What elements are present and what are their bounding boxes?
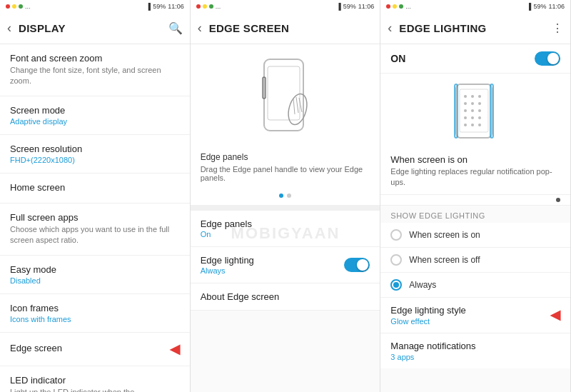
when-screen-on-desc: Edge lighting replaces regular notificat… bbox=[390, 166, 560, 189]
screen-resolution-title: Screen resolution bbox=[10, 144, 180, 154]
svg-point-20 bbox=[464, 116, 467, 119]
led-indicator-item[interactable]: LED indicator Light up the LED indicator… bbox=[0, 366, 190, 392]
edge-screen-item[interactable]: Edge screen ◀ bbox=[0, 333, 190, 366]
on-label: ON bbox=[390, 53, 405, 64]
dot-yellow-3 bbox=[393, 4, 397, 9]
display-title: DISPLAY bbox=[19, 22, 163, 34]
dot-yellow bbox=[12, 4, 16, 9]
svg-line-5 bbox=[296, 97, 298, 113]
edge-illustration bbox=[191, 44, 380, 145]
home-screen-item[interactable]: Home screen bbox=[0, 174, 190, 203]
edge-lighting-menu-item[interactable]: Edge lighting Always bbox=[191, 247, 380, 283]
radio-circle-on bbox=[390, 229, 402, 241]
edge-lighting-content: ON bbox=[380, 44, 570, 392]
signal-3: ▌59% bbox=[529, 3, 546, 10]
display-header: ‹ DISPLAY 🔍 bbox=[0, 13, 190, 44]
icon-frames-title: Icon frames bbox=[10, 303, 180, 313]
svg-point-19 bbox=[478, 109, 481, 112]
icon-frames-item[interactable]: Icon frames Icons with frames bbox=[0, 294, 190, 333]
icon-frames-sub: Icons with frames bbox=[10, 315, 180, 323]
svg-rect-7 bbox=[456, 84, 492, 138]
radio-screen-on[interactable]: When screen is on bbox=[380, 223, 570, 248]
font-zoom-item[interactable]: Font and screen zoom Change the font siz… bbox=[0, 44, 190, 96]
svg-point-21 bbox=[471, 116, 474, 119]
time-3: 11:06 bbox=[548, 3, 565, 10]
svg-point-14 bbox=[464, 102, 467, 105]
screen-mode-item[interactable]: Screen mode Adaptive display bbox=[0, 96, 190, 135]
screen-mode-sub: Adaptive display bbox=[10, 117, 180, 126]
svg-point-15 bbox=[471, 102, 474, 105]
radio-group: When screen is on When screen is off Alw… bbox=[380, 223, 570, 298]
edge-panels-menu-title: Edge panels bbox=[201, 218, 252, 229]
radio-label-always: Always bbox=[409, 280, 436, 290]
panel-display: ... ▌59% 11:06 ‹ DISPLAY 🔍 Font and scre… bbox=[0, 0, 191, 392]
search-icon-1[interactable]: 🔍 bbox=[168, 21, 183, 35]
about-edge-menu-item[interactable]: About Edge screen bbox=[191, 283, 380, 311]
back-button-3[interactable]: ‹ bbox=[388, 21, 392, 36]
svg-point-23 bbox=[464, 124, 467, 126]
show-edge-lighting-label: SHOW EDGE LIGHTING bbox=[380, 206, 570, 223]
about-edge-title: About Edge screen bbox=[201, 291, 370, 302]
dot-red bbox=[6, 4, 10, 9]
svg-rect-2 bbox=[268, 66, 300, 120]
divider-1 bbox=[191, 205, 380, 211]
edge-screen-title: Edge screen bbox=[10, 343, 62, 353]
edge-panels-desc: Drag the Edge panel handle to view your … bbox=[191, 165, 380, 189]
svg-line-4 bbox=[293, 99, 295, 114]
status-extra-3: ... bbox=[405, 3, 411, 10]
status-extra: ... bbox=[25, 3, 31, 10]
status-bar-2: ... ▌59% 11:06 bbox=[191, 0, 380, 13]
edge-panels-menu-sub: On bbox=[201, 230, 252, 238]
screen-resolution-sub: FHD+(2220x1080) bbox=[10, 156, 180, 164]
svg-point-13 bbox=[478, 95, 481, 98]
led-indicator-title: LED indicator bbox=[10, 375, 148, 386]
edge-screen-header-title: EDGE SCREEN bbox=[209, 22, 373, 34]
page-dot bbox=[556, 198, 560, 202]
edge-style-sub: Glow effect bbox=[390, 317, 466, 326]
dot-yellow-2 bbox=[203, 4, 207, 9]
status-bar-1: ... ▌59% 11:06 bbox=[0, 0, 190, 13]
fullscreen-apps-item[interactable]: Full screen apps Choose which apps you w… bbox=[0, 203, 190, 256]
edge-screen-arrow: ◀ bbox=[170, 341, 180, 357]
svg-point-17 bbox=[464, 109, 467, 112]
screen-resolution-item[interactable]: Screen resolution FHD+(2220x1080) bbox=[0, 135, 190, 174]
fullscreen-apps-desc: Choose which apps you want to use in the… bbox=[10, 224, 180, 246]
phone-sketch-svg bbox=[253, 56, 318, 138]
dot-green-3 bbox=[399, 4, 403, 9]
edge-style-arrow: ◀ bbox=[550, 307, 560, 323]
radio-label-on: When screen is on bbox=[409, 230, 480, 240]
dot-red-3 bbox=[386, 4, 390, 9]
easy-mode-title: Easy mode bbox=[10, 264, 180, 275]
edge-lighting-style-item[interactable]: Edge lighting style Glow effect ◀ bbox=[380, 298, 570, 333]
signal-2: ▌59% bbox=[338, 3, 355, 10]
dot-indicator bbox=[380, 195, 570, 206]
back-button-1[interactable]: ‹ bbox=[7, 21, 11, 36]
phone-grid-illustration bbox=[380, 74, 570, 149]
font-zoom-title: Font and screen zoom bbox=[10, 53, 180, 64]
home-screen-title: Home screen bbox=[10, 182, 180, 193]
svg-point-16 bbox=[478, 102, 481, 105]
easy-mode-item[interactable]: Easy mode Disabled bbox=[0, 256, 190, 294]
radio-circle-always bbox=[390, 279, 402, 291]
more-icon[interactable]: ⋮ bbox=[552, 21, 563, 35]
dot-1 bbox=[279, 194, 283, 198]
radio-screen-off[interactable]: When screen is off bbox=[380, 248, 570, 273]
easy-mode-sub: Disabled bbox=[10, 276, 180, 285]
edge-lighting-menu-title: Edge lighting bbox=[201, 255, 254, 266]
on-toggle[interactable] bbox=[535, 51, 560, 66]
radio-label-off: When screen is off bbox=[409, 255, 480, 265]
when-screen-on-title: When screen is on bbox=[390, 154, 560, 165]
dot-red-2 bbox=[196, 4, 201, 9]
manage-notifications-item[interactable]: Manage notifications 3 apps bbox=[380, 333, 570, 368]
edge-panels-menu-item[interactable]: Edge panels On bbox=[191, 211, 380, 247]
back-button-2[interactable]: ‹ bbox=[198, 21, 202, 36]
edge-lighting-toggle[interactable] bbox=[344, 258, 370, 272]
manage-notifications-title: Manage notifications bbox=[390, 341, 560, 351]
edge-screen-header: ‹ EDGE SCREEN bbox=[191, 13, 380, 44]
time-1: 11:06 bbox=[168, 3, 184, 10]
dot-green bbox=[19, 4, 23, 9]
phone-grid-svg bbox=[449, 81, 502, 141]
edge-style-title: Edge lighting style bbox=[390, 305, 466, 316]
radio-always[interactable]: Always bbox=[380, 273, 570, 298]
edge-screen-content: Edge panels Drag the Edge panel handle t… bbox=[191, 44, 380, 392]
